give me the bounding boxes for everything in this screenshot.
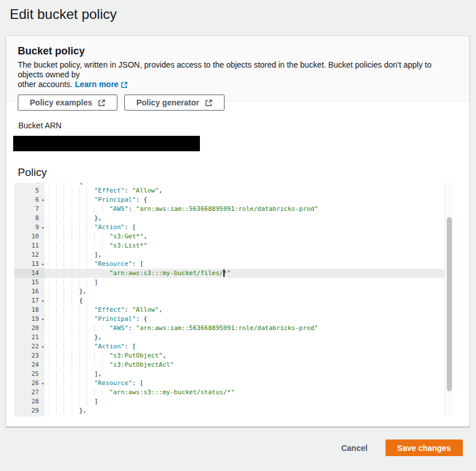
code-line-20[interactable]: 20 "AWS": "arn:aws:iam::563668895091:rol…: [14, 324, 444, 333]
code-text: "Resource": [: [45, 260, 444, 269]
code-text: },: [45, 406, 444, 415]
learn-more-label: Learn more: [75, 80, 119, 89]
code-text: "s3:List*": [45, 241, 444, 250]
line-number: 8: [14, 214, 45, 223]
line-number: 16: [14, 287, 45, 296]
code-text: ],: [45, 250, 444, 260]
external-link-icon: [121, 81, 128, 88]
line-number: 10: [14, 232, 45, 241]
card-header: Bucket policy The bucket policy, written…: [6, 36, 469, 101]
code-text: {: [45, 296, 444, 305]
fold-arrow-icon[interactable]: ▾: [41, 260, 44, 269]
line-number: 19▾: [14, 315, 45, 324]
code-line-16[interactable]: 16 },: [14, 287, 444, 296]
code-line-15[interactable]: 15 ]: [14, 278, 444, 287]
code-line-8[interactable]: 8 },: [14, 214, 444, 223]
line-number: 28: [14, 397, 45, 406]
code-line-19[interactable]: 19▾ "Principal": {: [14, 315, 444, 324]
code-line-23[interactable]: 23 "s3:PutObject",: [14, 351, 444, 360]
code-text: "arn:aws:s3:::my-bucket/files/*": [45, 269, 444, 278]
line-number: 18: [14, 305, 45, 315]
editor-scrollbar-track[interactable]: [444, 183, 453, 417]
code-line-12[interactable]: 12 ],: [14, 250, 444, 260]
code-line-14[interactable]: 14 "arn:aws:s3:::my-bucket/files/*": [14, 269, 444, 278]
code-text: ]: [45, 278, 444, 287]
line-number: 20: [14, 324, 45, 333]
code-line-25[interactable]: 25 ],: [14, 370, 444, 379]
code-line-18[interactable]: 18 "Effect": "Allow",: [14, 305, 444, 315]
fold-arrow-icon[interactable]: ▾: [41, 315, 44, 324]
code-line-10[interactable]: 10 "s3:Get*",: [14, 232, 444, 241]
editor-scrollbar-thumb[interactable]: [447, 217, 452, 391]
code-line-28[interactable]: 28 ]: [14, 397, 444, 406]
line-number: 23: [14, 351, 45, 360]
code-text: },: [45, 214, 444, 223]
line-number: 29: [14, 406, 45, 415]
code-line-21[interactable]: 21 },: [14, 333, 444, 342]
code-line-13[interactable]: 13▾ "Resource": [: [14, 260, 444, 269]
line-number: 6▾: [14, 195, 45, 205]
form-actions: Cancel Save changes: [341, 439, 463, 456]
code-text: "s3:PutObjectAcl": [45, 360, 444, 370]
bucket-arn-label: Bucket ARN: [18, 120, 458, 131]
fold-arrow-icon[interactable]: ▾: [41, 223, 44, 233]
line-number: 12: [14, 250, 45, 260]
code-line-6[interactable]: 6▾ "Principal": {: [14, 195, 444, 205]
save-changes-button[interactable]: Save changes: [385, 439, 463, 456]
code-line-17[interactable]: 17▾ {: [14, 296, 444, 305]
code-line-27[interactable]: 27 "arn:aws:s3:::my-bucket/status/*": [14, 388, 444, 397]
line-number: 7: [14, 205, 45, 214]
fold-arrow-icon[interactable]: ▾: [41, 343, 44, 352]
line-number: 25: [14, 370, 45, 379]
code-text: "Principal": {: [45, 195, 444, 205]
code-line-7[interactable]: 7 "AWS": "arn:aws:iam::563668895091:role…: [14, 205, 444, 214]
line-number: 24: [14, 360, 45, 370]
line-number: 13▾: [14, 260, 45, 269]
fold-arrow-icon[interactable]: ▾: [41, 297, 44, 306]
cancel-button[interactable]: Cancel: [341, 443, 368, 453]
card-description-line2-text: other accounts.: [18, 80, 73, 89]
code-line-9[interactable]: 9▾ "Action": [: [14, 223, 444, 232]
code-text: ],: [45, 370, 444, 379]
fold-arrow-icon[interactable]: ▾: [41, 379, 44, 388]
code-line-22[interactable]: 22▾ "Action": [: [14, 342, 444, 351]
code-line-26[interactable]: 26▾ "Resource": [: [14, 379, 444, 388]
code-line-24[interactable]: 24 "s3:PutObjectAcl": [14, 360, 444, 370]
line-number: 17▾: [14, 296, 45, 305]
bucket-arn-value-redacted: [13, 136, 200, 151]
line-number: 14: [14, 269, 45, 278]
code-text: "Action": [: [45, 342, 444, 351]
code-text: "arn:aws:s3:::my-bucket/status/*": [45, 388, 444, 397]
policy-code-editor[interactable]: 4▾ {5 "Effect": "Allow",6▾ "Principal": …: [14, 183, 453, 417]
code-text: "Effect": "Allow",: [45, 305, 444, 315]
code-line-5[interactable]: 5 "Effect": "Allow",: [14, 186, 444, 195]
code-text: ]: [45, 397, 444, 406]
code-line-29[interactable]: 29 },: [14, 406, 444, 415]
fold-arrow-icon[interactable]: ▾: [41, 196, 44, 205]
card-title: Bucket policy: [18, 45, 458, 57]
page-title: Edit bucket policy: [0, 0, 476, 23]
line-number: 21: [14, 333, 45, 342]
line-number: 26▾: [14, 379, 45, 388]
line-number: 22▾: [14, 342, 45, 351]
line-number: 27: [14, 388, 45, 397]
line-number: 9▾: [14, 223, 45, 232]
code-text: "Action": [: [45, 223, 444, 232]
line-number: 15: [14, 278, 45, 287]
line-number: 11: [14, 241, 45, 250]
code-text: "Effect": "Allow",: [45, 186, 444, 195]
line-number: 5: [14, 186, 45, 195]
code-text: "Principal": {: [45, 315, 444, 324]
card-description: The bucket policy, written in JSON, prov…: [18, 60, 458, 89]
code-line-11[interactable]: 11 "s3:List*": [14, 241, 444, 250]
code-text: "Resource": [: [45, 379, 444, 388]
text-cursor: [223, 269, 225, 277]
code-text: "AWS": "arn:aws:iam::563668895091:role/d…: [45, 205, 444, 214]
code-text: "s3:PutObject",: [45, 351, 444, 360]
learn-more-link[interactable]: Learn more: [75, 80, 128, 89]
policy-heading: Policy: [18, 166, 458, 179]
code-text: },: [45, 333, 444, 342]
card-description-line2: other accounts. Learn more: [18, 80, 458, 89]
code-text: "AWS": "arn:aws:iam::563668895091:role/d…: [45, 324, 444, 333]
bucket-policy-card: Bucket policy The bucket policy, written…: [6, 36, 470, 427]
